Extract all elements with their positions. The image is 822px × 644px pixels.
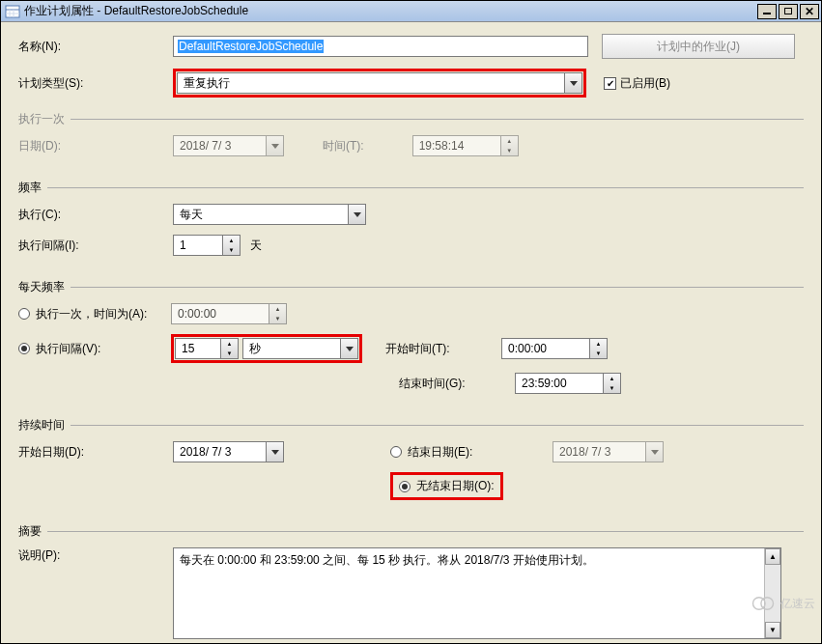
dropdown-arrow-icon: [340, 339, 357, 358]
name-row: 名称(N): DefaultRestoreJobSchedule 计划中的作业(…: [18, 34, 804, 59]
execute-freq-value: 每天: [174, 207, 348, 223]
execute-once-legend: 执行一次: [18, 111, 71, 127]
titlebar: 作业计划属性 - DefaultRestoreJobSchedule ✕: [1, 1, 821, 22]
highlight-schedule-type: 重复执行: [173, 69, 586, 98]
description-label: 说明(P):: [18, 547, 173, 564]
checkbox-icon: ✔: [604, 77, 616, 90]
exec-once-time-value: 0:00:00: [172, 307, 269, 321]
end-date-label: 结束日期(E):: [408, 444, 504, 461]
execute-once-section: 执行一次 日期(D): 2018/ 7/ 3 时间(T): 19:58:14 ▲…: [18, 111, 804, 166]
spinner-arrows-icon: ▲▼: [269, 304, 286, 323]
name-value: DefaultRestoreJobSchedule: [178, 40, 324, 53]
exec-once-radio[interactable]: [18, 308, 30, 320]
exec-once-label: 执行一次，时间为(A):: [36, 306, 171, 322]
highlight-no-end-date: 无结束日期(O):: [390, 472, 503, 500]
start-date-value: 2018/ 7/ 3: [174, 445, 266, 459]
end-date-picker: 2018/ 7/ 3: [553, 441, 664, 462]
spinner-arrows-icon: ▲▼: [500, 136, 518, 155]
exec-once-time-spinner: 0:00:00 ▲▼: [171, 303, 287, 324]
exec-interval-value: 1: [174, 238, 222, 252]
end-time-spinner[interactable]: 23:59:00 ▲▼: [515, 373, 621, 394]
schedule-type-row: 计划类型(S): 重复执行 ✔ 已启用(B): [18, 69, 804, 98]
scrollbar[interactable]: ▲ ▼: [764, 548, 780, 638]
start-time-spinner[interactable]: 0:00:00 ▲▼: [501, 338, 608, 359]
once-time-label: 时间(T):: [323, 138, 364, 154]
once-date-label: 日期(D):: [18, 138, 173, 154]
dropdown-arrow-icon: [348, 205, 365, 224]
scroll-down-icon[interactable]: ▼: [765, 622, 780, 638]
schedule-icon: [5, 4, 20, 19]
enabled-label: 已启用(B): [620, 75, 670, 92]
svg-rect-0: [6, 6, 19, 17]
spinner-arrows-icon: ▲▼: [603, 374, 620, 393]
summary-section: 摘要 说明(P): 每天在 0:00:00 和 23:59:00 之间、每 15…: [18, 523, 804, 643]
interval-unit-value: 秒: [243, 341, 340, 357]
spinner-arrows-icon: ▲▼: [220, 339, 238, 358]
highlight-interval: 15 ▲▼ 秒: [171, 334, 362, 363]
frequency-section: 频率 执行(C): 每天 执行间隔(I): 1 ▲▼ 天: [18, 180, 804, 266]
once-date-picker: 2018/ 7/ 3: [173, 135, 284, 156]
dropdown-arrow-icon: [266, 136, 283, 155]
unit-days-label: 天: [250, 238, 262, 254]
exec-interval-v-label: 执行间隔(V):: [36, 341, 171, 357]
spinner-arrows-icon: ▲▼: [589, 339, 607, 358]
spinner-arrows-icon: ▲▼: [222, 236, 240, 255]
exec-interval-spinner[interactable]: 1 ▲▼: [173, 235, 241, 256]
once-time-value: 19:58:14: [413, 139, 500, 153]
interval-amount-spinner[interactable]: 15 ▲▼: [175, 338, 239, 359]
summary-legend: 摘要: [18, 523, 47, 540]
duration-legend: 持续时间: [18, 417, 71, 434]
jobs-in-schedule-button[interactable]: 计划中的作业(J): [602, 34, 795, 59]
frequency-legend: 频率: [18, 180, 47, 196]
enabled-checkbox[interactable]: ✔ 已启用(B): [604, 75, 670, 92]
no-end-date-radio[interactable]: [399, 481, 411, 492]
scroll-up-icon[interactable]: ▲: [765, 548, 780, 565]
daily-freq-legend: 每天频率: [18, 279, 71, 295]
exec-interval-radio[interactable]: [18, 343, 30, 354]
schedule-type-value: 重复执行: [178, 75, 564, 92]
dialog-window: 作业计划属性 - DefaultRestoreJobSchedule ✕ 名称(…: [0, 0, 822, 644]
dialog-content: 名称(N): DefaultRestoreJobSchedule 计划中的作业(…: [1, 22, 821, 643]
maximize-button[interactable]: [779, 4, 798, 19]
end-date-radio[interactable]: [390, 446, 402, 458]
once-date-value: 2018/ 7/ 3: [174, 139, 266, 153]
end-date-radio-group: 结束日期(E): 2018/ 7/ 3: [390, 441, 664, 462]
end-date-value: 2018/ 7/ 3: [553, 445, 645, 459]
execute-freq-combo[interactable]: 每天: [173, 204, 366, 225]
execute-label: 执行(C):: [18, 207, 173, 223]
name-input[interactable]: DefaultRestoreJobSchedule: [173, 36, 588, 57]
interval-unit-combo[interactable]: 秒: [242, 338, 358, 359]
start-date-label: 开始日期(D):: [18, 444, 173, 461]
description-value: 每天在 0:00:00 和 23:59:00 之间、每 15 秒 执行。将从 2…: [180, 553, 594, 567]
start-time-value: 0:00:00: [502, 342, 589, 355]
description-textarea[interactable]: 每天在 0:00:00 和 23:59:00 之间、每 15 秒 执行。将从 2…: [173, 547, 781, 639]
start-time-label: 开始时间(T):: [385, 341, 472, 357]
interval-amount-value: 15: [176, 342, 220, 355]
schedule-type-combo[interactable]: 重复执行: [177, 72, 582, 94]
duration-section: 持续时间 开始日期(D): 2018/ 7/ 3 结束日期(E): 2018/ …: [18, 417, 804, 510]
minimize-button[interactable]: [757, 4, 777, 19]
exec-interval-label: 执行间隔(I):: [18, 238, 173, 254]
window-title: 作业计划属性 - DefaultRestoreJobSchedule: [24, 3, 755, 19]
start-date-picker[interactable]: 2018/ 7/ 3: [173, 441, 284, 462]
dropdown-arrow-icon: [645, 442, 663, 462]
end-time-label: 结束时间(G):: [399, 376, 486, 392]
close-button[interactable]: ✕: [800, 4, 819, 19]
dropdown-arrow-icon: [564, 73, 581, 93]
once-time-spinner: 19:58:14 ▲▼: [412, 135, 519, 156]
no-end-date-label: 无结束日期(O):: [416, 478, 495, 494]
daily-frequency-section: 每天频率 执行一次，时间为(A): 0:00:00 ▲▼ 执行间隔(V): 15…: [18, 279, 804, 404]
schedule-type-label: 计划类型(S):: [18, 75, 173, 92]
end-time-value: 23:59:00: [516, 377, 603, 390]
dropdown-arrow-icon: [266, 442, 283, 462]
name-label: 名称(N):: [18, 39, 173, 55]
